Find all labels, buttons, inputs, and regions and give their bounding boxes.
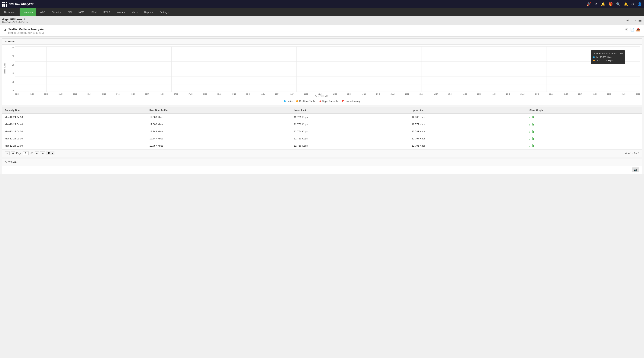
y-axis-16: 16 [12, 72, 14, 74]
bar-graph-icon[interactable] [530, 144, 534, 147]
cell-show-graph[interactable] [527, 135, 642, 142]
nav-settings[interactable]: Settings [156, 8, 172, 16]
chevron-left-icon[interactable]: ‹ [632, 19, 633, 23]
y-axis-label: Traffic (Kbps) [4, 63, 6, 74]
y-axis-20: 20 [12, 55, 14, 57]
table-row: Mar-12-24 04:40 12.800 Kbps 12.756 Kbps … [2, 121, 642, 128]
cell-lower-limit: 12.761 Kbps [291, 114, 409, 121]
x-03:12: 03:12 [73, 93, 77, 95]
hamburger-icon[interactable]: ☰ [638, 18, 642, 23]
camera-button[interactable]: 📷 [632, 168, 639, 172]
nav-inventory[interactable]: Inventory [20, 8, 36, 16]
nav-maps[interactable]: Maps [128, 8, 141, 16]
nav-ipsla[interactable]: IPSLA [100, 8, 114, 16]
x-11:27: 11:27 [290, 93, 294, 95]
cell-upper-limit: 12.781 Kbps [409, 128, 527, 135]
cell-show-graph[interactable] [527, 121, 642, 128]
pdf-icon[interactable]: 📄 [630, 28, 634, 32]
settings-icon[interactable]: ⚙ [631, 2, 634, 6]
x-00:39: 00:39 [636, 93, 640, 95]
nav-wlc[interactable]: WLC [36, 8, 48, 16]
realtime-label: Real time Traffic [299, 100, 315, 103]
x-09:15: 09:15 [232, 93, 236, 95]
nav-dashboard[interactable]: Dashboard [1, 8, 20, 16]
page-label: Page [16, 152, 22, 155]
cell-upper-limit: 12.779 Kbps [409, 121, 527, 128]
back-button[interactable]: ◀ [4, 28, 6, 32]
bell-icon[interactable]: 🔔 [601, 2, 605, 6]
nav-alarms[interactable]: Alarms [114, 8, 128, 16]
in-traffic-section: IN Traffic 22 20 18 16 14 12 [2, 39, 642, 105]
cell-lower-limit: 12.754 Kbps [291, 128, 409, 135]
nav-ncm[interactable]: NCM [75, 8, 88, 16]
page-header-actions: ✉ 📄 📤 [625, 28, 640, 32]
x-08:42: 08:42 [217, 93, 221, 95]
table-footer: ⏮ ◀ Page of 1 ▶ ⏭ 10 25 50 View 1 - 9 of… [2, 149, 642, 157]
x-axis-labels: 01:00 01:33 02:06 02:39 03:12 03:45 04:1… [15, 93, 640, 95]
x-18:36: 18:36 [477, 93, 481, 95]
legend-upper-anomaly: Upper Anomaly [319, 100, 338, 103]
per-page-select[interactable]: 10 25 50 [46, 151, 54, 155]
prev-page-button[interactable]: ◀ [11, 151, 15, 155]
x-17:30: 17:30 [448, 93, 452, 95]
next-page-button[interactable]: ▶ [35, 151, 39, 155]
x-02:39: 02:39 [58, 93, 62, 95]
last-page-button[interactable]: ⏭ [40, 151, 45, 155]
x-00:06: 00:06 [622, 93, 626, 95]
gift-icon[interactable]: 🎁 [608, 2, 613, 6]
search-icon[interactable]: 🔍 [616, 2, 620, 6]
export-icon[interactable]: 📤 [636, 28, 640, 32]
cell-lower-limit: 12.769 Kbps [291, 135, 409, 142]
cell-show-graph[interactable] [527, 128, 642, 135]
first-page-button[interactable]: ⏮ [5, 151, 10, 155]
nav-dpi[interactable]: DPI [64, 8, 75, 16]
x-12:33: 12:33 [318, 93, 322, 95]
col-show-graph: Show Graph [527, 107, 642, 114]
x-21:21: 21:21 [549, 93, 553, 95]
x-19:42: 19:42 [506, 93, 510, 95]
bar-graph-icon[interactable] [530, 137, 534, 140]
cell-show-graph[interactable] [527, 142, 642, 149]
x-02:06: 02:06 [44, 93, 48, 95]
x-05:57: 05:57 [145, 93, 149, 95]
rocket-icon[interactable]: 🚀 [587, 2, 591, 6]
nav-ipam[interactable]: IPAM [87, 8, 100, 16]
bar-graph-icon[interactable] [530, 123, 534, 126]
cell-show-graph[interactable] [527, 114, 642, 121]
x-04:51: 04:51 [116, 93, 120, 95]
app-logo: NetFlow Analyzer [2, 2, 34, 7]
anomaly-table-section: Anomaly Time Real Time Traffic Lower Lim… [2, 107, 642, 157]
chart-container: 22 20 18 16 14 12 [2, 45, 642, 97]
bar-graph-icon[interactable] [530, 130, 534, 133]
breadcrumb-title: GigabitEthernet1 [2, 18, 28, 21]
bar-graph-icon[interactable] [530, 115, 534, 118]
x-10:54: 10:54 [275, 93, 279, 95]
x-07:03: 07:03 [174, 93, 178, 95]
email-icon[interactable]: ✉ [625, 28, 628, 32]
out-traffic-header: OUT Traffic [2, 159, 642, 166]
top-bar: NetFlow Analyzer 🚀 🖥 🔔 🎁 🔍 🔔 ⚙ 👤 [0, 0, 644, 8]
x-01:33: 01:33 [30, 93, 34, 95]
nav-more-icon[interactable]: ⋮ [635, 10, 643, 14]
page-number-input[interactable] [22, 151, 28, 155]
breadcrumb-right: ☀ ‹ › ☰ [626, 18, 642, 23]
nav-security[interactable]: Security [48, 8, 64, 16]
x-09:48: 09:48 [246, 93, 250, 95]
monitor-icon[interactable]: 🖥 [594, 2, 598, 6]
sun-icon[interactable]: ☀ [626, 19, 629, 23]
breadcrumb-subtitle: DataCentreAVC-NBAR/Http [2, 21, 28, 23]
notification-bell-icon[interactable]: 🔔 [624, 2, 628, 6]
cell-anomaly-time: Mar-12-24 04:30 [2, 128, 147, 135]
chevron-right-icon[interactable]: › [635, 19, 636, 23]
view-info: View 1 - 9 of 9 [625, 152, 640, 155]
cell-anomaly-time: Mar-12-24 03:00 [2, 142, 147, 149]
user-icon[interactable]: 👤 [638, 2, 642, 6]
x-21:54: 21:54 [564, 93, 568, 95]
col-anomaly-time: Anomaly Time [2, 107, 147, 114]
x-01:00: 01:00 [15, 93, 19, 95]
x-05:24: 05:24 [131, 93, 135, 95]
x-10:21: 10:21 [260, 93, 264, 95]
cell-upper-limit: 12.795 Kbps [409, 142, 527, 149]
y-axis-12: 12 [12, 90, 14, 92]
nav-reports[interactable]: Reports [141, 8, 156, 16]
